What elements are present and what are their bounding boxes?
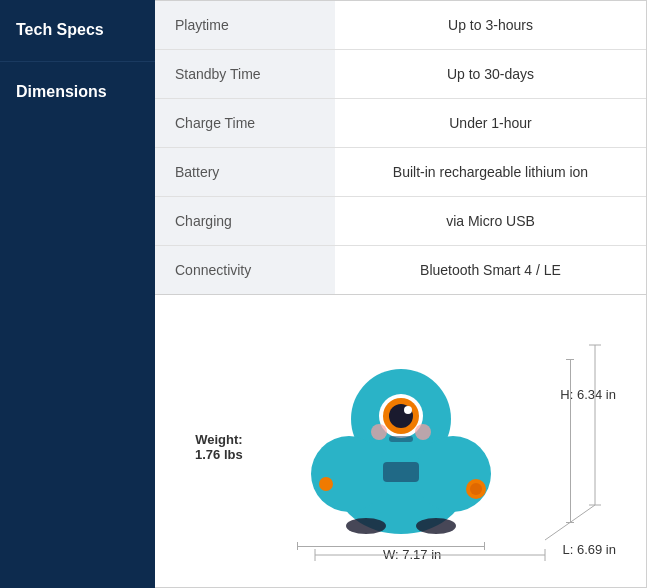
spec-value: Up to 3-hours (335, 1, 646, 50)
svg-rect-10 (389, 436, 413, 442)
spec-label: Connectivity (155, 246, 335, 295)
h-dimension: H: 6.34 in (560, 387, 616, 402)
robot-diagram: Weight: 1.76 lbs (165, 305, 636, 577)
robot-illustration (301, 344, 501, 538)
spec-label: Playtime (155, 1, 335, 50)
table-row: Charging via Micro USB (155, 197, 646, 246)
spec-value: Bluetooth Smart 4 / LE (335, 246, 646, 295)
dimensions-section: Dimensions (0, 62, 155, 123)
svg-point-2 (311, 436, 387, 512)
spec-value: Built-in rechargeable lithium ion (335, 148, 646, 197)
content-area: Playtime Up to 3-hours Standby Time Up t… (155, 0, 647, 588)
svg-point-15 (346, 518, 386, 534)
spec-label: Charging (155, 197, 335, 246)
svg-point-3 (415, 436, 491, 512)
spec-value: Up to 30-days (335, 50, 646, 99)
table-row: Playtime Up to 3-hours (155, 1, 646, 50)
svg-point-16 (416, 518, 456, 534)
table-row: Battery Built-in rechargeable lithium io… (155, 148, 646, 197)
l-dimension: L: 6.69 in (563, 542, 617, 557)
table-row: Standby Time Up to 30-days (155, 50, 646, 99)
table-row: Charge Time Under 1-hour (155, 99, 646, 148)
spec-value: via Micro USB (335, 197, 646, 246)
svg-rect-11 (383, 462, 419, 482)
svg-point-9 (415, 424, 431, 440)
spec-label: Charge Time (155, 99, 335, 148)
spec-value: Under 1-hour (335, 99, 646, 148)
svg-point-8 (371, 424, 387, 440)
tech-specs-label: Tech Specs (16, 21, 104, 38)
h-dimension-line (570, 359, 571, 522)
spec-label: Standby Time (155, 50, 335, 99)
table-row: Connectivity Bluetooth Smart 4 / LE (155, 246, 646, 295)
svg-point-14 (319, 477, 333, 491)
sidebar: Tech Specs Dimensions (0, 0, 155, 588)
dimensions-label: Dimensions (16, 83, 107, 100)
w-dimension: W: 7.17 in (383, 547, 441, 562)
specs-table: Playtime Up to 3-hours Standby Time Up t… (155, 1, 646, 294)
weight-label: Weight: 1.76 lbs (195, 432, 243, 462)
w-dimension-line (297, 546, 485, 547)
spec-label: Battery (155, 148, 335, 197)
dimensions-visual: Weight: 1.76 lbs (155, 294, 646, 587)
tech-specs-section: Tech Specs (0, 0, 155, 62)
svg-point-13 (470, 483, 482, 495)
svg-point-7 (404, 406, 412, 414)
